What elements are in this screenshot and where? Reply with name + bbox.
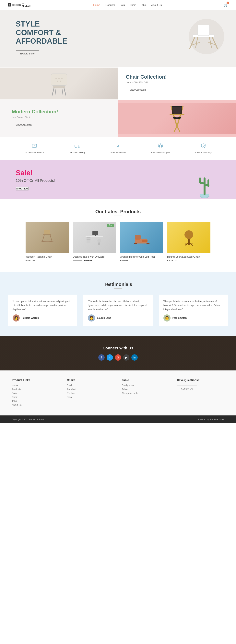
cactus-image bbox=[193, 168, 216, 199]
logo-miller: MILLER bbox=[22, 4, 31, 7]
hero-section: STYLE COMFORT & AFFORDABLE Explore Store bbox=[0, 10, 236, 67]
chair-view-collection-button[interactable]: View Collection → bbox=[126, 87, 228, 93]
footer-link-stool[interactable]: Stool bbox=[67, 396, 114, 398]
testimonial-quote-0: "Lorem ipsum dolor sit amet, consectetur… bbox=[13, 299, 73, 311]
svg-point-66 bbox=[184, 230, 193, 239]
footer: Product Links Home Products Sofa Chair T… bbox=[0, 370, 236, 416]
hero-image-area bbox=[167, 10, 226, 67]
footer-link-chair[interactable]: Chair bbox=[12, 396, 59, 398]
testimonials-grid: "Lorem ipsum dolor sit amet, consectetur… bbox=[8, 294, 228, 326]
svg-rect-62 bbox=[135, 235, 141, 240]
nav-products[interactable]: Products bbox=[105, 4, 115, 6]
product-price-amount-0: £169.00 bbox=[26, 259, 35, 262]
footer-link-chair2[interactable]: Chair bbox=[67, 384, 114, 387]
modern-collection-title: Modern Collection! bbox=[12, 109, 106, 115]
avatar-2: 👨 bbox=[163, 314, 170, 322]
svg-line-11 bbox=[52, 88, 54, 95]
products-title: Our Latest Products bbox=[8, 209, 228, 214]
testimonial-quote-1: "Convallis lacinia optio! Hac morbi labo… bbox=[88, 299, 148, 311]
footer-link-study-table[interactable]: Study table bbox=[122, 384, 169, 387]
svg-rect-42 bbox=[199, 178, 201, 183]
modern-view-collection-button[interactable]: View Collection → bbox=[12, 122, 106, 128]
google-plus-icon[interactable]: G bbox=[115, 354, 121, 360]
facebook-icon[interactable]: f bbox=[98, 354, 105, 360]
chair-collection-title: Chair Collection! bbox=[126, 74, 228, 80]
product-card-1: Sale Desktop Table with Drawers bbox=[73, 222, 116, 262]
footer-col-title-1: Chairs bbox=[67, 378, 114, 382]
nav-table[interactable]: Table bbox=[140, 4, 146, 6]
nav-sofa[interactable]: Sofa bbox=[120, 4, 125, 6]
svg-rect-60 bbox=[98, 242, 100, 245]
footer-col-table: Table Study table Table Computer table bbox=[122, 378, 169, 408]
svg-line-26 bbox=[177, 126, 180, 132]
navbar: + DECOR BY MILLER Home Products Sofa Cha… bbox=[0, 0, 236, 10]
sale-heading: Sale! bbox=[16, 169, 55, 177]
nav-chair[interactable]: Chair bbox=[130, 4, 136, 6]
explore-store-button[interactable]: Explore Store bbox=[16, 50, 39, 57]
product-image-1: Sale bbox=[73, 222, 116, 253]
connect-section: Connect with Us f t G ▶ in bbox=[0, 336, 236, 370]
linkedin-icon[interactable]: in bbox=[131, 354, 138, 360]
sale-text: Sale! 10% Off On All Products! Shop Now bbox=[16, 169, 55, 190]
delivery-label: Flexible Delivery bbox=[69, 151, 85, 154]
svg-rect-56 bbox=[92, 231, 98, 235]
products-divider bbox=[114, 216, 122, 216]
nav-home[interactable]: Home bbox=[93, 4, 100, 6]
svg-point-37 bbox=[159, 146, 160, 146]
modern-collection-section: Modern Collection! New Season Stock View… bbox=[0, 100, 236, 137]
installation-icon bbox=[115, 143, 121, 150]
svg-point-18 bbox=[57, 80, 58, 82]
sale-subtext: 10% Off On All Products! bbox=[16, 179, 55, 183]
footer-link-armchair[interactable]: Armchair bbox=[67, 388, 114, 391]
products-grid: Wooden Rocking Chair £169.00 Sale bbox=[8, 222, 228, 262]
product-card-3: Round Short Leg Stool/Chair £225.00 bbox=[167, 222, 210, 262]
svg-point-32 bbox=[76, 147, 77, 148]
hero-heading: STYLE COMFORT & AFFORDABLE bbox=[16, 20, 67, 46]
cart-button[interactable]: 🛒 1 bbox=[224, 3, 228, 7]
footer-link-computer-table[interactable]: Computer table bbox=[122, 392, 169, 394]
svg-rect-10 bbox=[53, 86, 65, 88]
footer-link-about[interactable]: About Us bbox=[12, 404, 59, 406]
product-price-2: £419.00 bbox=[120, 259, 163, 262]
footer-link-products[interactable]: Products bbox=[12, 388, 59, 391]
svg-line-50 bbox=[42, 235, 44, 242]
products-section: Our Latest Products Wooden Rocking Chair… bbox=[0, 199, 236, 272]
copyright-text: Copyright © 2021 Furniture Store bbox=[12, 418, 44, 420]
product-price-1: £565.00 £529.00 bbox=[73, 259, 116, 262]
footer-link-recliner[interactable]: Recliner bbox=[67, 392, 114, 394]
svg-rect-30 bbox=[34, 145, 35, 146]
twitter-icon[interactable]: t bbox=[107, 354, 113, 360]
product-image-0 bbox=[26, 222, 69, 253]
footer-link-table[interactable]: Table bbox=[12, 400, 59, 402]
experience-icon bbox=[32, 143, 37, 150]
youtube-icon[interactable]: ▶ bbox=[123, 354, 129, 360]
svg-rect-49 bbox=[44, 230, 50, 234]
sale-tag-1: Sale bbox=[107, 224, 114, 227]
product-name-2: Orange Recliner with Leg Rest bbox=[120, 255, 163, 258]
modern-collection-subtitle: New Season Stock bbox=[12, 116, 106, 118]
chair-silhouette bbox=[49, 70, 69, 97]
connect-title: Connect with Us bbox=[8, 346, 228, 350]
svg-point-33 bbox=[79, 147, 79, 148]
testimonial-card-0: "Lorem ipsum dolor sit amet, consectetur… bbox=[8, 294, 77, 326]
footer-link-table2[interactable]: Table bbox=[122, 388, 169, 391]
footer-col-title-0: Product Links bbox=[12, 378, 59, 382]
shop-now-button[interactable]: Shop Now bbox=[16, 187, 29, 190]
support-icon bbox=[158, 143, 163, 150]
author-name-0: Patricia Warren bbox=[22, 316, 39, 320]
svg-rect-40 bbox=[203, 178, 205, 195]
product-card-0: Wooden Rocking Chair £169.00 bbox=[26, 222, 69, 262]
product-price-amount-3: £225.00 bbox=[167, 259, 176, 262]
installation-label: Free Installation bbox=[111, 151, 126, 154]
nav-about[interactable]: About Us bbox=[151, 4, 162, 6]
feature-delivery: Flexible Delivery bbox=[69, 143, 85, 154]
powered-by-link[interactable]: Furniture Store bbox=[210, 418, 224, 420]
svg-point-59 bbox=[97, 238, 101, 242]
svg-rect-9 bbox=[51, 74, 67, 86]
chair-collection-text: Chair Collection! Launch Offer 15% Off!!… bbox=[118, 67, 236, 100]
product-price-amount-2: £419.00 bbox=[120, 259, 129, 262]
footer-link-sofa[interactable]: Sofa bbox=[12, 392, 59, 394]
footer-link-home[interactable]: Home bbox=[12, 384, 59, 387]
svg-line-14 bbox=[62, 88, 63, 95]
contact-us-button[interactable]: Contact Us bbox=[177, 386, 197, 392]
